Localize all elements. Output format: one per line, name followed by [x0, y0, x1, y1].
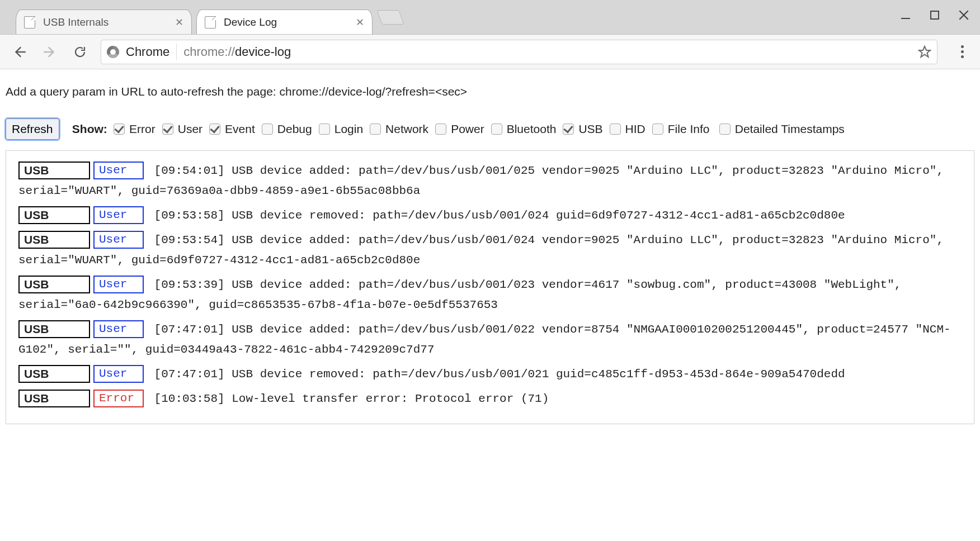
- log-type-tag: USB: [18, 206, 90, 224]
- log-entry: USBUser [07:47:01] USB device added: pat…: [18, 320, 962, 360]
- detailed-timestamps-checkbox[interactable]: Detailed Timestamps: [719, 118, 845, 140]
- log-entry: USBUser [07:47:01] USB device removed: p…: [18, 364, 962, 385]
- svg-rect-1: [931, 11, 939, 19]
- checkbox-label: USB: [578, 118, 602, 140]
- filter-power[interactable]: Power: [435, 118, 484, 140]
- tab-usb-internals[interactable]: USB Internals ✕: [16, 10, 192, 34]
- checkbox-icon: [209, 124, 220, 135]
- close-window-button[interactable]: [958, 9, 970, 21]
- tab-strip: USB Internals ✕ Device Log ✕: [16, 5, 402, 34]
- checkbox-icon: [162, 124, 173, 135]
- back-button[interactable]: [10, 42, 29, 61]
- tab-strip-area: USB Internals ✕ Device Log ✕: [0, 0, 980, 35]
- address-bar[interactable]: Chrome chrome://device-log: [101, 40, 937, 64]
- filter-event[interactable]: Event: [209, 118, 255, 140]
- filter-hid[interactable]: HID: [610, 118, 646, 140]
- reload-button[interactable]: [70, 42, 89, 61]
- filter-usb[interactable]: USB: [563, 118, 602, 140]
- log-level-tag: User: [93, 365, 144, 383]
- checkbox-label: Event: [225, 118, 255, 140]
- divider: [176, 44, 177, 60]
- tab-title: USB Internals: [43, 16, 175, 29]
- log-entry: USBUser [09:53:58] USB device removed: p…: [18, 206, 962, 226]
- log-message: [09:53:58] USB device removed: path=/dev…: [147, 209, 845, 222]
- checkbox-icon: [319, 124, 330, 135]
- checkbox-label: User: [178, 118, 202, 140]
- checkbox-icon: [719, 124, 731, 135]
- filter-error[interactable]: Error: [114, 118, 156, 140]
- menu-button[interactable]: [954, 45, 970, 58]
- checkbox-label: HID: [625, 118, 646, 140]
- log-type-tag: USB: [18, 365, 90, 383]
- close-icon[interactable]: ✕: [175, 16, 183, 29]
- svg-marker-6: [919, 46, 930, 57]
- log-level-tag: User: [93, 320, 144, 338]
- log-level-tag: User: [93, 162, 144, 179]
- page-icon: [205, 16, 216, 29]
- url-scheme-label: Chrome: [126, 45, 169, 59]
- maximize-button[interactable]: [929, 9, 941, 21]
- checkbox-icon: [491, 124, 502, 135]
- controls-row: Refresh Show: ErrorUserEventDebugLoginNe…: [6, 117, 974, 140]
- log-entry: USBUser [09:53:54] USB device added: pat…: [18, 230, 962, 270]
- log-message: [07:47:01] USB device added: path=/dev/b…: [18, 323, 951, 356]
- filter-network[interactable]: Network: [370, 118, 428, 140]
- log-level-tag: User: [93, 206, 144, 224]
- page-icon: [24, 16, 35, 29]
- minimize-button[interactable]: [899, 9, 912, 21]
- log-entry: USBUser [09:54:01] USB device added: pat…: [18, 161, 962, 201]
- filter-file-info[interactable]: File Info: [652, 118, 710, 140]
- log-message: [07:47:01] USB device removed: path=/dev…: [147, 368, 845, 381]
- log-type-tag: USB: [18, 162, 90, 179]
- checkbox-icon: [563, 124, 574, 135]
- forward-button[interactable]: [40, 42, 59, 61]
- checkbox-label: Debug: [277, 118, 312, 140]
- checkbox-icon: [370, 124, 381, 135]
- checkbox-label: Bluetooth: [507, 118, 557, 140]
- checkbox-icon: [435, 124, 446, 135]
- refresh-button[interactable]: Refresh: [6, 118, 59, 140]
- toolbar: Chrome chrome://device-log: [0, 35, 980, 69]
- bookmark-star-icon[interactable]: [918, 45, 931, 59]
- filter-bluetooth[interactable]: Bluetooth: [491, 118, 557, 140]
- auto-refresh-hint: Add a query param in URL to auto-refresh…: [6, 85, 974, 98]
- filter-user[interactable]: User: [162, 118, 202, 140]
- new-tab-button[interactable]: [376, 10, 404, 25]
- log-entry: USBError [10:03:58] Low-level transfer e…: [18, 389, 962, 409]
- log-message: [09:53:54] USB device added: path=/dev/b…: [18, 234, 944, 267]
- log-type-tag: USB: [18, 320, 90, 338]
- log-message: [09:53:39] USB device added: path=/dev/b…: [18, 278, 901, 311]
- filter-login[interactable]: Login: [319, 118, 363, 140]
- url-path: device-log: [235, 45, 291, 59]
- log-type-tag: USB: [18, 276, 90, 293]
- log-entry: USBUser [09:53:39] USB device added: pat…: [18, 275, 962, 315]
- tab-title: Device Log: [224, 16, 356, 29]
- checkbox-icon: [652, 124, 663, 135]
- show-label: Show:: [72, 122, 107, 135]
- checkbox-icon: [610, 124, 621, 135]
- log-level-tag: User: [93, 276, 144, 293]
- checkbox-icon: [262, 124, 273, 135]
- checkbox-label: Network: [385, 118, 428, 140]
- close-icon[interactable]: ✕: [356, 16, 364, 29]
- checkbox-icon: [114, 124, 125, 135]
- filter-debug[interactable]: Debug: [262, 118, 312, 140]
- log-level-tag: Error: [93, 390, 144, 407]
- checkbox-label: Error: [129, 118, 156, 140]
- log-type-tag: USB: [18, 231, 90, 249]
- log-message: [09:54:01] USB device added: path=/dev/b…: [18, 164, 944, 197]
- log-container: USBUser [09:54:01] USB device added: pat…: [6, 150, 974, 424]
- page-content: Add a query param in URL to auto-refresh…: [0, 69, 980, 435]
- url-host: chrome://: [183, 45, 235, 59]
- log-level-tag: User: [93, 231, 144, 249]
- window-controls: [899, 9, 970, 21]
- log-type-tag: USB: [18, 390, 90, 407]
- checkbox-label: Power: [451, 118, 484, 140]
- checkbox-label: File Info: [668, 118, 710, 140]
- chrome-icon: [107, 46, 119, 58]
- checkbox-label: Detailed Timestamps: [735, 118, 845, 140]
- checkbox-label: Login: [334, 118, 363, 140]
- tab-device-log[interactable]: Device Log ✕: [196, 10, 373, 34]
- log-message: [10:03:58] Low-level transfer error: Pro…: [147, 392, 549, 405]
